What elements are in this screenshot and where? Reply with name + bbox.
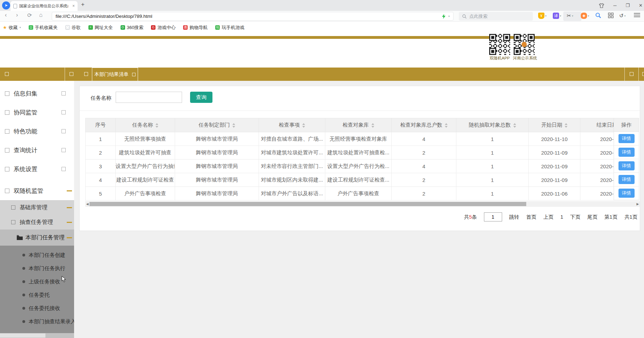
sidebar-leaf-label: 本部门任务执行 [29,265,65,272]
url-bar[interactable]: file:///C:/Users/Administrator/Desktop/7… [52,12,454,21]
table-row: 4建设工程规划许可证检查舞钢市城市管理局对城市规划区内未取得建...建设工程规划… [86,173,639,187]
sidebar-leaf-item-1[interactable]: 本部门任务创建 [0,248,74,262]
column-header[interactable]: 随机抽取对象总数 [456,118,529,132]
scroll-right-icon[interactable]: ▶ [636,202,640,206]
sidebar-leaf-item-2[interactable]: 本部门任务执行 [0,262,74,275]
sidebar-sub-item-1[interactable]: 基础库管理 [0,200,74,215]
bookmark-item[interactable]: G游戏中心 [151,24,175,31]
active-page-tab[interactable]: 本部门结果清单 [92,68,138,81]
page-number[interactable]: 1 [560,214,563,220]
jump-button[interactable]: 跳转 [509,214,519,220]
tab-more-icon[interactable] [642,72,644,76]
last-page-button[interactable]: 尾页 [587,214,598,220]
bookmark-item[interactable]: 玩玩手机游戏 [215,24,244,31]
flash-icon[interactable] [442,14,446,19]
table-hscrollbar[interactable]: ◀ ▶ [85,201,640,207]
bookmark-item[interactable]: ▢谷歌 [65,24,81,31]
sidebar-item-1[interactable]: 信息归集 [0,84,74,103]
sort-icon[interactable] [513,123,516,128]
game-icon[interactable]: 🞧▾ [581,13,589,19]
browser-tab[interactable]: 国家企业信用信息公示系统(河南 × [10,1,78,11]
sidebar-leaf-label: 本部门抽查结果录入 [29,318,74,325]
column-header[interactable]: 检查对象库 [325,118,392,132]
sidebar-item-level3[interactable]: 本部门任务管理 [0,230,74,246]
find-icon[interactable] [595,13,601,18]
tab-close-icon[interactable]: × [72,3,75,8]
close-button[interactable]: ✕ [639,3,643,8]
sidebar-sub-label: 抽查任务管理 [20,219,53,226]
restore-button[interactable]: ❐ [625,3,630,8]
sidebar-item-4[interactable]: 查询统计 [0,141,74,160]
bullet-icon [22,254,25,256]
column-header[interactable]: 开始日期 [529,118,580,132]
tab-options-icon[interactable] [630,72,634,76]
star-icon: ★ [3,25,7,30]
sort-icon[interactable] [371,123,374,128]
detail-button[interactable]: 详情 [618,175,635,184]
sidebar-hscrollbar[interactable] [0,333,74,338]
table-cell: 1 [86,132,116,146]
bookmark-item[interactable]: ▯手机收藏夹 [29,24,58,31]
home-icon[interactable]: ⌂ [39,12,43,18]
sidebar-item-2[interactable]: 协同监管 [0,103,74,122]
sort-icon[interactable] [232,123,235,128]
sidebar-item-6[interactable]: 双随机监管 [0,181,74,200]
sidebar-item-5[interactable]: 系统设置 [0,160,74,178]
sort-icon[interactable] [302,123,305,128]
minimize-button[interactable]: ─ [613,3,616,8]
skin-icon[interactable] [599,3,604,8]
undo-icon[interactable]: ↺▾ [619,13,626,19]
table-cell: 4 [86,173,116,187]
sidebar-leaf-item-5[interactable]: 任务委托接收 [0,302,74,315]
url-dropdown-icon[interactable]: ▾ [448,15,450,18]
detail-button[interactable]: 详情 [618,161,635,170]
table-cell: 舞钢市城市管理局 [175,160,259,173]
menu-icon[interactable] [634,13,640,17]
detail-button[interactable]: 详情 [618,134,635,143]
table-cell: 户外广告事项检查 [325,187,392,200]
task-name-input[interactable] [116,92,182,103]
apps-grid-icon[interactable] [608,13,614,18]
sort-icon[interactable] [445,123,448,128]
forward-icon[interactable]: › [16,12,18,18]
hscroll-thumb[interactable] [89,202,526,206]
query-button[interactable]: 查询 [190,92,212,103]
back-icon[interactable]: ‹ [5,12,7,18]
new-tab-button[interactable]: + [81,1,85,8]
page-jump-input[interactable] [484,212,502,221]
column-header[interactable]: 检查事项 [259,118,325,132]
detail-button[interactable]: 详情 [618,148,635,157]
refresh-icon[interactable]: ⟳ [27,12,32,19]
sort-icon[interactable] [155,123,158,128]
sidebar-item-3[interactable]: 特色功能 [0,122,74,141]
bookmark-item[interactable]: +网址大全 [88,24,113,31]
sort-icon[interactable] [565,123,567,128]
sidebar-sub-item-2[interactable]: 抽查任务管理 [0,215,74,230]
bookmark-item[interactable]: O360搜索 [121,24,144,31]
sidebar-leaf-item-4[interactable]: 任务委托 [0,288,74,302]
bookmark-item[interactable]: ★收藏▾ [3,24,21,31]
bookmarks-bar: ★收藏▾▯手机收藏夹▢谷歌+网址大全O360搜索G游戏中心惠购物导航玩玩手机游戏 [0,22,644,33]
dropdown-icon[interactable]: ▾ [20,26,21,29]
detail-button[interactable]: 详情 [618,189,635,198]
browser-search-box[interactable]: 点此搜索 [459,12,533,21]
next-page-button[interactable]: 下页 [570,214,580,220]
bookmark-item[interactable]: 惠购物导航 [183,24,208,31]
tab-close-box-icon[interactable] [132,73,136,76]
translate-icon[interactable]: 译▾ [553,13,561,19]
column-header[interactable]: 任务名称 [116,118,175,132]
prev-page-button[interactable]: 上页 [543,214,553,220]
column-header[interactable]: 任务制定部门 [175,118,259,132]
wallet-shield-icon[interactable]: ¥▾ [538,13,547,19]
scissors-icon[interactable]: ✂▾ [567,13,573,19]
tab-nav-right-icon[interactable] [84,72,88,76]
menu-toggle-icon[interactable] [5,72,9,76]
tab-nav-left-icon[interactable] [70,72,73,76]
scroll-left-icon[interactable]: ◀ [85,202,89,206]
column-header[interactable]: 检查对象库总户数 [392,118,456,132]
browser-logo-icon[interactable]: ➤ [2,1,10,9]
menu-square-icon [5,167,9,171]
first-page-button[interactable]: 首页 [526,214,536,220]
sidebar-leaf-item-6[interactable]: 本部门抽查结果录入 [0,315,74,328]
action-cell: 详情 [614,173,639,186]
